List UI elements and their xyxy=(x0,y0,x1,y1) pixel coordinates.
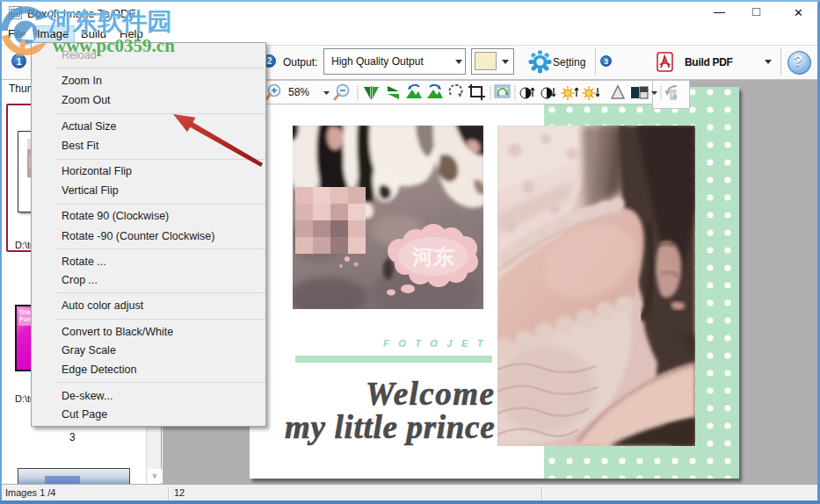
svg-text:58%: 58% xyxy=(288,86,309,98)
svg-text:河东: 河东 xyxy=(411,245,454,269)
svg-text:河东软件园: 河东软件园 xyxy=(47,8,172,35)
